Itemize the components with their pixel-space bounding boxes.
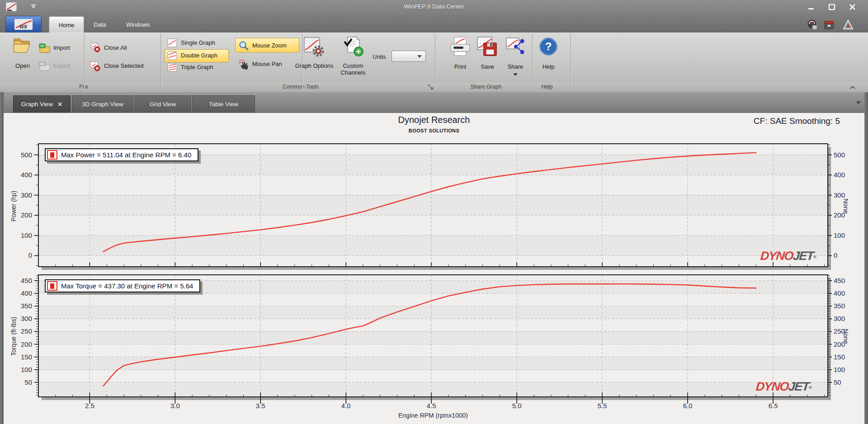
svg-text:300: 300 xyxy=(21,315,32,322)
svg-text:450: 450 xyxy=(21,277,32,284)
power-right-axis-title: None xyxy=(842,172,849,240)
svg-text:5.5: 5.5 xyxy=(598,402,607,410)
svg-text:500: 500 xyxy=(834,151,845,159)
svg-text:450: 450 xyxy=(834,277,845,284)
power-legend-swatch xyxy=(47,150,57,160)
svg-text:200: 200 xyxy=(21,340,32,348)
svg-text:3.0: 3.0 xyxy=(170,402,180,410)
dynojet-logo-bottom: DYNOJET® xyxy=(755,380,812,394)
charts-canvas[interactable]: 0010010020020030030040040050050050501001… xyxy=(0,0,868,424)
torque-legend-swatch xyxy=(47,281,57,291)
svg-text:100: 100 xyxy=(21,231,32,239)
svg-text:6.0: 6.0 xyxy=(683,402,693,410)
svg-text:400: 400 xyxy=(21,289,32,297)
svg-text:400: 400 xyxy=(834,289,845,297)
svg-text:350: 350 xyxy=(21,302,32,310)
torque-legend-text: Max Torque = 437.30 at Engine RPM = 5.64 xyxy=(61,282,193,290)
power-axis-title: Power (hp) xyxy=(10,172,17,240)
svg-text:200: 200 xyxy=(21,211,32,219)
svg-text:4.5: 4.5 xyxy=(427,402,436,410)
svg-text:400: 400 xyxy=(21,171,32,179)
svg-text:150: 150 xyxy=(21,353,32,361)
svg-text:0: 0 xyxy=(28,251,32,259)
svg-text:50: 50 xyxy=(24,378,32,386)
svg-text:50: 50 xyxy=(834,378,841,386)
window-frame-left xyxy=(0,92,4,424)
svg-text:0: 0 xyxy=(834,251,837,259)
torque-axis-title: Torque (ft-lbs) xyxy=(10,302,17,370)
svg-text:500: 500 xyxy=(21,151,32,159)
power-legend: Max Power = 511.04 at Engine RPM = 6.40 xyxy=(45,148,198,161)
svg-text:300: 300 xyxy=(21,191,32,199)
svg-text:4.0: 4.0 xyxy=(341,402,351,410)
window-frame-right xyxy=(864,92,868,424)
svg-text:6.5: 6.5 xyxy=(769,402,778,410)
power-legend-text: Max Power = 511.04 at Engine RPM = 6.40 xyxy=(61,151,191,159)
svg-text:5.0: 5.0 xyxy=(512,402,522,410)
dynojet-logo-top: DYNOJET® xyxy=(760,249,817,263)
svg-text:100: 100 xyxy=(21,366,32,373)
svg-text:2.5: 2.5 xyxy=(85,402,94,410)
svg-text:250: 250 xyxy=(21,327,32,335)
rpm-axis-title: Engine RPM (rpmx1000) xyxy=(343,412,524,419)
torque-legend: Max Torque = 437.30 at Engine RPM = 5.64 xyxy=(45,279,200,292)
torque-right-axis-title: None xyxy=(842,302,849,370)
svg-text:3.5: 3.5 xyxy=(256,402,265,410)
